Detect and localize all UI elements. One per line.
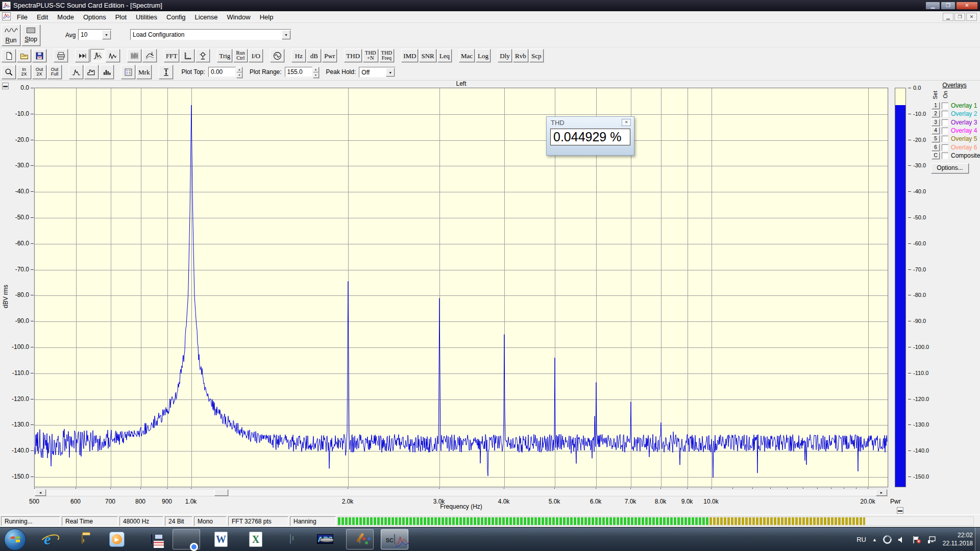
taskbar-app-spectraplus-sc[interactable]: SC [381, 529, 408, 549]
menu-item-window[interactable]: Window [222, 11, 255, 23]
plot-top-spinner[interactable]: ▲▼ [236, 67, 242, 77]
toolbar-button-run-control[interactable]: Run Ctrl [233, 49, 248, 62]
run-button[interactable]: Run [2, 24, 20, 46]
menu-item-license[interactable]: License [190, 11, 223, 23]
action-center-flag-icon[interactable] [912, 536, 921, 544]
document-icon[interactable] [2, 12, 11, 20]
title-bar[interactable]: SpectraPLUS-SC Sound Card Edition - [Spe… [0, 0, 980, 11]
menu-item-options[interactable]: Options [79, 11, 111, 23]
toolbar-button-snr[interactable]: SNR [419, 49, 436, 62]
toolbar-button-save-file[interactable] [32, 49, 46, 62]
menu-item-file[interactable]: File [12, 11, 32, 23]
toolbar-button-peak-plot[interactable] [69, 65, 83, 79]
toolbar-button-zoom-out-full[interactable]: Out Full [47, 65, 62, 79]
toolbar-button-spectrogram-view[interactable] [127, 49, 141, 62]
volume-icon[interactable] [898, 536, 906, 544]
toolbar-button-open-file[interactable] [17, 49, 31, 62]
close-button[interactable]: ✕ [956, 2, 978, 10]
taskbar-app-paint[interactable] [346, 529, 374, 549]
toolbar-button-scope[interactable]: Scp [529, 49, 544, 62]
mdi-minimize-button[interactable]: ▁ [943, 13, 953, 21]
spectrum-plot-canvas[interactable] [34, 88, 888, 487]
network-icon[interactable] [927, 536, 937, 544]
taskbar-app-ap2-audio[interactable]: AP2 [311, 529, 339, 549]
menu-item-config[interactable]: Config [162, 11, 190, 23]
overlay-on-checkbox-5[interactable] [942, 136, 948, 142]
stop-button[interactable]: Stop [21, 24, 40, 46]
peak-hold-dropdown-arrow-icon[interactable]: ▼ [386, 68, 395, 77]
taskbar-app-windows-explorer[interactable] [68, 529, 96, 549]
toolbar-button-imd[interactable]: IMD [401, 49, 418, 62]
overlay-on-checkbox-2[interactable] [942, 111, 948, 117]
taskbar-clock[interactable]: 22:02 22.11.2018 [943, 532, 973, 547]
menu-item-help[interactable]: Help [255, 11, 278, 23]
avg-combobox[interactable]: 10 ▼ [78, 29, 112, 40]
toolbar-button-thd-freq[interactable]: THD Freq [379, 49, 395, 62]
toolbar-button-signal-generator[interactable] [270, 49, 284, 62]
load-configuration-dropdown-arrow-icon[interactable]: ▼ [282, 30, 290, 39]
overlay-on-checkbox-c[interactable] [942, 153, 948, 159]
menu-item-edit[interactable]: Edit [32, 11, 53, 23]
taskbar-app-internet-explorer[interactable]: e [34, 529, 61, 549]
toolbar-button-zoom-out-2x[interactable]: Out 2X [32, 65, 46, 79]
toolbar-button-pwr-units[interactable]: Pwr [322, 49, 337, 62]
overlay-set-button-2[interactable]: 2 [932, 110, 940, 117]
toolbar-button-hz-units[interactable]: Hz [291, 49, 306, 62]
toolbar-button-marker[interactable]: Mrk [136, 65, 152, 79]
plot-range-spinner[interactable]: ▲▼ [313, 67, 319, 77]
scroll-left-arrow-icon[interactable]: ◄ [35, 489, 46, 496]
menu-item-utilities[interactable]: Utilities [131, 11, 162, 23]
thd-readout-window[interactable]: THD ✕ 0.044929 % [546, 116, 634, 156]
taskbar-app-media-player[interactable]: ▶ [103, 529, 131, 549]
toolbar-button-logging[interactable]: Log [476, 49, 491, 62]
toolbar-button-vertical-ruler[interactable] [159, 65, 173, 79]
language-indicator[interactable]: RU [856, 536, 866, 543]
plot-range-input[interactable] [285, 67, 312, 77]
toolbar-button-thd-n[interactable]: THD +N [363, 49, 378, 62]
start-button[interactable] [4, 529, 26, 550]
overlay-set-button-1[interactable]: 1 [932, 102, 940, 109]
overlay-set-button-c[interactable]: C [932, 152, 940, 159]
overlay-set-button-5[interactable]: 5 [932, 135, 940, 142]
toolbar-button-bar-plot[interactable] [100, 65, 114, 79]
minimize-button[interactable]: ▁ [925, 2, 940, 10]
toolbar-button-db-units[interactable]: dB [307, 49, 321, 62]
restore-button[interactable]: ❐ [941, 2, 955, 10]
toolbar-button-calibration[interactable] [195, 49, 210, 62]
overlay-on-checkbox-1[interactable] [942, 103, 948, 109]
frequency-scrollbar[interactable]: ◄ ► [34, 489, 888, 496]
toolbar-button-new-file[interactable] [2, 49, 16, 62]
show-desktop-button[interactable] [975, 528, 980, 551]
mdi-close-button[interactable]: ✕ [966, 13, 977, 21]
avg-dropdown-arrow-icon[interactable]: ▼ [102, 30, 111, 39]
toolbar-button-macro[interactable]: Mac [459, 49, 475, 62]
toolbar-button-step-plot[interactable] [84, 65, 99, 79]
taskbar-app-word[interactable]: W [207, 529, 235, 549]
thd-close-icon[interactable]: ✕ [622, 119, 631, 126]
toolbar-button-surface-view[interactable] [142, 49, 157, 62]
menu-item-plot[interactable]: Plot [111, 11, 131, 23]
overlay-on-checkbox-6[interactable] [942, 144, 948, 151]
overlay-on-checkbox-4[interactable] [942, 128, 948, 134]
toolbar-button-playback[interactable] [75, 49, 89, 62]
plot-top-input[interactable] [208, 67, 236, 77]
toolbar-button-triggering[interactable]: Trig [217, 49, 232, 62]
toolbar-button-delay[interactable]: Dly [498, 49, 512, 62]
overlay-set-button-6[interactable]: 6 [932, 144, 940, 151]
mdi-restore-button[interactable]: ❐ [954, 13, 965, 21]
toolbar-button-time-series-view[interactable] [106, 49, 120, 62]
overlay-set-button-3[interactable]: 3 [932, 119, 940, 126]
overlay-options-button[interactable]: Options... [931, 163, 969, 173]
taskbar-app-excel[interactable]: X [242, 529, 270, 549]
toolbar-button-scaling[interactable] [180, 49, 194, 62]
taskbar-app-floppy-save[interactable] [138, 529, 165, 549]
taskbar-app-calculator[interactable] [277, 529, 304, 549]
toolbar-button-zoom-tool[interactable] [2, 65, 16, 79]
load-configuration-combobox[interactable]: Load Configuration ▼ [130, 29, 291, 40]
peak-hold-combobox[interactable]: Off ▼ [359, 67, 396, 78]
toolbar-button-reverb[interactable]: Rvb [513, 49, 528, 62]
toolbar-button-print[interactable] [54, 49, 68, 62]
toolbar-button-spectrum-view[interactable] [90, 49, 105, 62]
scrollbar-thumb[interactable] [214, 489, 228, 496]
menu-item-mode[interactable]: Mode [53, 11, 79, 23]
